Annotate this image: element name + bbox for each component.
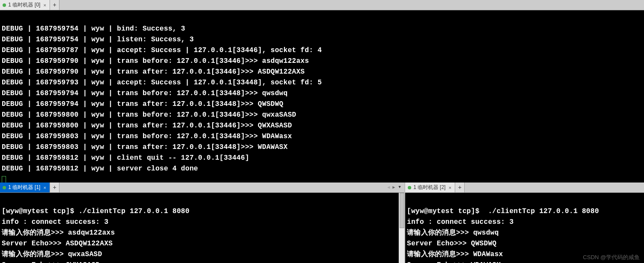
log-line: [wyw@mytest tcp]$ ./clientTcp 127.0.0.1 …	[407, 207, 599, 215]
tab-label: 1 临时机器 [1]	[8, 184, 41, 191]
log-line: DEBUG | 1687959793 | wyw | accept: Succe…	[2, 79, 322, 87]
terminal-pane-bottom-right: 1 临时机器 [2] × + [wyw@mytest tcp]$ ./clien…	[405, 183, 644, 263]
tab-bar-bl: 1 临时机器 [1] × + ◀ ▶ ▼	[0, 183, 405, 193]
chevron-right-icon[interactable]: ▶	[392, 184, 396, 191]
chevron-left-icon[interactable]: ◀	[387, 184, 391, 191]
log-line: DEBUG | 1687959754 | wyw | listen: Succe…	[2, 36, 194, 43]
scrollbar-thumb[interactable]	[400, 193, 404, 228]
tab-label: 1 临时机器 [0]	[8, 1, 41, 9]
log-line: Server Echo>>> QWXASASD	[2, 261, 100, 263]
add-tab-button[interactable]: +	[455, 183, 465, 192]
log-line: [wyw@mytest tcp]$ ./clientTcp 127.0.0.1 …	[2, 207, 190, 215]
log-line: DEBUG | 1687959754 | wyw | bind: Success…	[2, 25, 185, 33]
log-line: Server Echo>>> ASDQW122AXS	[2, 240, 113, 248]
log-line: Server Echo>>> QWSDWQ	[407, 240, 497, 248]
watermark-text: CSDN @学代码的咸鱼	[583, 254, 640, 261]
tab-label: 1 临时机器 [2]	[413, 184, 446, 191]
terminal-pane-bottom-left: 1 临时机器 [1] × + ◀ ▶ ▼ [wyw@mytest tcp]$ .…	[0, 183, 405, 263]
tab-bar-br: 1 临时机器 [2] × +	[405, 183, 644, 193]
terminal-output-br[interactable]: [wyw@mytest tcp]$ ./clientTcp 127.0.0.1 …	[405, 193, 644, 263]
log-line: DEBUG | 1687959794 | wyw | trans after: …	[2, 100, 284, 108]
log-line: 请输入你的消息>>> qwxaSASD	[2, 251, 102, 258]
close-icon[interactable]: ×	[43, 3, 47, 8]
log-line: Server Echo>>> WDAWASX	[407, 261, 501, 263]
log-line: DEBUG | 1687959803 | wyw | trans after: …	[2, 143, 288, 151]
log-line: DEBUG | 1687959812 | wyw | client quit -…	[2, 154, 249, 162]
status-dot-icon	[408, 186, 411, 189]
log-line: DEBUG | 1687959787 | wyw | accept: Succe…	[2, 46, 322, 54]
tab-machine-2[interactable]: 1 临时机器 [2] ×	[405, 183, 455, 192]
tab-machine-0[interactable]: 1 临时机器 [0] ×	[0, 0, 50, 10]
status-dot-icon	[3, 3, 6, 7]
log-line: DEBUG | 1687959794 | wyw | trans before:…	[2, 90, 288, 97]
log-line: DEBUG | 1687959803 | wyw | trans before:…	[2, 133, 292, 140]
log-line: DEBUG | 1687959790 | wyw | trans after: …	[2, 68, 305, 76]
terminal-output-bl[interactable]: [wyw@mytest tcp]$ ./clientTcp 127.0.0.1 …	[0, 193, 405, 263]
terminal-output-top[interactable]: DEBUG | 1687959754 | wyw | bind: Success…	[0, 10, 644, 185]
close-icon[interactable]: ×	[448, 185, 452, 190]
log-line: 请输入你的消息>>> asdqw122axs	[2, 229, 115, 237]
status-dot-icon	[3, 186, 6, 189]
add-tab-button[interactable]: +	[50, 183, 59, 192]
log-line: DEBUG | 1687959812 | wyw | server close …	[2, 165, 198, 173]
add-tab-button[interactable]: +	[50, 0, 59, 10]
close-icon[interactable]: ×	[43, 185, 47, 190]
chevron-down-icon[interactable]: ▼	[397, 184, 403, 190]
tab-nav-arrows: ◀ ▶ ▼	[387, 184, 403, 191]
plus-icon: +	[53, 184, 56, 191]
tab-machine-1[interactable]: 1 临时机器 [1] ×	[0, 183, 50, 192]
log-line: info : connect success: 3	[2, 218, 109, 226]
log-line: 请输入你的消息>>> qwsdwq	[407, 229, 499, 237]
log-line: DEBUG | 1687959800 | wyw | trans before:…	[2, 111, 296, 119]
log-line: info : connect success: 3	[407, 218, 514, 226]
terminal-pane-top: 1 临时机器 [0] × + DEBUG | 1687959754 | wyw …	[0, 0, 644, 183]
plus-icon: +	[458, 184, 461, 191]
tab-bar-top: 1 临时机器 [0] × +	[0, 0, 644, 10]
log-line: DEBUG | 1687959790 | wyw | trans before:…	[2, 57, 309, 65]
log-line: 请输入你的消息>>> WDAWasx	[407, 251, 503, 258]
log-line: DEBUG | 1687959800 | wyw | trans after: …	[2, 122, 292, 130]
plus-icon: +	[53, 2, 56, 9]
